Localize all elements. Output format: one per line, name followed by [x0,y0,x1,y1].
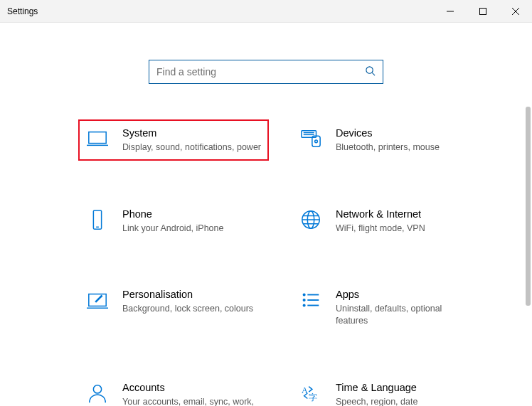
tile-title: Accounts [122,381,262,395]
tile-devices[interactable]: Devices Bluetooth, printers, mouse [292,119,482,161]
svg-rect-1 [480,8,486,14]
time-language-icon: A 字 [299,381,323,405]
tile-title: Phone [122,208,262,221]
tile-phone[interactable]: Phone Link your Android, iPhone [78,201,269,242]
tile-title: Network & Internet [336,208,475,221]
tile-title: Personalisation [122,288,262,301]
minimize-button[interactable] [434,0,467,22]
svg-rect-6 [89,132,106,144]
maximize-button[interactable] [467,0,499,22]
tile-title: Time & Language [336,381,475,395]
tile-network[interactable]: Network & Internet WiFi, flight mode, VP… [292,201,482,242]
svg-rect-13 [93,210,101,229]
svg-point-22 [304,299,305,301]
tile-title: System [122,127,262,140]
tile-desc: Your accounts, email, sync, work, family [122,396,262,406]
tile-desc: Uninstall, defaults, optional features [336,303,475,327]
titlebar: Settings [0,0,532,23]
svg-text:字: 字 [309,392,317,402]
devices-icon [299,127,323,151]
network-icon [299,208,323,232]
search-box[interactable] [149,60,383,84]
tile-title: Apps [336,288,475,301]
tile-desc: WiFi, flight mode, VPN [336,223,475,235]
svg-point-20 [304,294,305,296]
svg-line-5 [372,73,375,75]
svg-point-26 [93,385,101,393]
svg-point-4 [366,66,373,73]
tile-desc: Link your Android, iPhone [122,223,262,235]
close-button[interactable] [499,0,532,22]
tile-desc: Display, sound, notifications, power [122,141,262,154]
phone-icon [85,208,110,232]
tile-system[interactable]: System Display, sound, notifications, po… [78,119,269,161]
system-icon [85,127,110,151]
apps-icon [299,288,323,312]
tile-desc: Speech, region, date [336,396,475,406]
tile-desc: Background, lock screen, colours [122,303,262,315]
tile-title: Devices [336,127,475,140]
tile-personalisation[interactable]: Personalisation Background, lock screen,… [78,281,269,334]
tile-apps[interactable]: Apps Uninstall, defaults, optional featu… [292,281,482,334]
accounts-icon [85,381,110,405]
tile-time-language[interactable]: A 字 Time & Language Speech, region, date [292,374,482,406]
tile-desc: Bluetooth, printers, mouse [336,141,475,154]
window-controls [434,0,532,22]
window-title: Settings [7,6,38,16]
tile-accounts[interactable]: Accounts Your accounts, email, sync, wor… [78,374,269,406]
svg-point-24 [304,305,305,306]
personalisation-icon [85,288,110,312]
search-icon [365,65,376,79]
svg-point-12 [315,140,318,143]
scrollbar-thumb[interactable] [526,107,531,306]
settings-grid: System Display, sound, notifications, po… [0,84,532,406]
search-input[interactable] [156,66,365,78]
